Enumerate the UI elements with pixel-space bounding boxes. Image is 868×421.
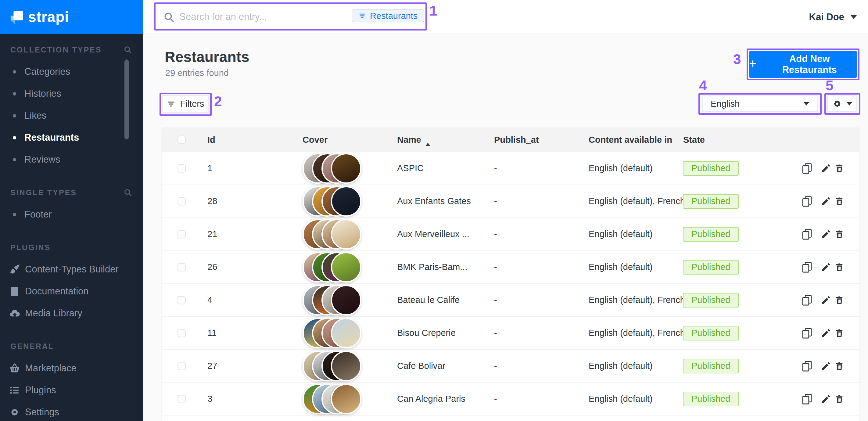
sort-asc-icon — [426, 138, 430, 142]
table-row[interactable]: 3Can Alegria Paris-English (default)Publ… — [162, 383, 860, 416]
sidebar-item-label: Plugins — [25, 385, 56, 396]
delete-trash-icon[interactable] — [834, 230, 844, 239]
row-checkbox[interactable] — [178, 362, 186, 370]
sidebar-item-categories[interactable]: Categories — [0, 61, 143, 83]
duplicate-icon[interactable] — [801, 294, 813, 306]
table-row[interactable]: 4Bateau le Calife-English (default), Fre… — [162, 284, 860, 317]
search-icon[interactable] — [123, 188, 132, 197]
search-filter-chip[interactable]: Restaurants — [352, 9, 424, 22]
column-header-state[interactable]: State — [683, 127, 705, 152]
sidebar-item-histories[interactable]: Histories — [0, 83, 143, 104]
table-row[interactable]: 1ASPIC-English (default)Published — [162, 152, 860, 185]
cell-id: 21 — [207, 218, 217, 250]
column-header-id[interactable]: Id — [207, 127, 215, 152]
delete-trash-icon[interactable] — [834, 328, 844, 338]
cell-id: 11 — [207, 317, 217, 349]
sidebar-item-label: Documentation — [25, 286, 89, 297]
strapi-logo: strapi — [0, 0, 143, 34]
cover-photo — [331, 219, 362, 249]
row-checkbox[interactable] — [178, 197, 186, 205]
edit-pencil-icon[interactable] — [821, 361, 831, 371]
sidebar-section-header: PLUGINS — [0, 236, 143, 259]
column-header-content-available-in[interactable]: Content available in — [589, 127, 672, 152]
sidebar-item-restaurants[interactable]: Restaurants — [0, 127, 143, 149]
sidebar-item-label: Marketplace — [25, 363, 76, 374]
row-checkbox[interactable] — [178, 296, 186, 304]
cell-name: Can Alegria Paris — [397, 383, 465, 415]
locale-dropdown[interactable]: English — [702, 95, 818, 112]
duplicate-icon[interactable] — [801, 195, 813, 207]
search-icon[interactable] — [123, 45, 132, 54]
search-input[interactable] — [179, 9, 344, 24]
duplicate-icon[interactable] — [801, 360, 813, 372]
edit-pencil-icon[interactable] — [821, 394, 831, 404]
sidebar-item-plugins[interactable]: Plugins — [0, 379, 143, 401]
duplicate-icon[interactable] — [801, 327, 813, 339]
delete-trash-icon[interactable] — [834, 163, 844, 173]
edit-pencil-icon[interactable] — [821, 295, 831, 305]
sidebar-item-documentation[interactable]: Documentation — [0, 280, 143, 302]
row-checkbox[interactable] — [178, 329, 186, 337]
sidebar-item-footer[interactable]: Footer — [0, 204, 143, 225]
column-header-publish-at[interactable]: Publish_at — [494, 127, 539, 152]
status-badge: Published — [683, 293, 739, 307]
duplicate-icon[interactable] — [801, 162, 813, 175]
duplicate-icon[interactable] — [801, 393, 813, 405]
edit-pencil-icon[interactable] — [821, 163, 831, 174]
cell-publish-at: - — [494, 284, 497, 317]
cell-locales: English (default), French — [589, 185, 685, 217]
cell-cover — [303, 185, 362, 217]
sidebar-item-settings[interactable]: Settings — [0, 401, 143, 421]
column-header-name[interactable]: Name — [397, 127, 430, 152]
edit-pencil-icon[interactable] — [821, 328, 831, 338]
duplicate-icon[interactable] — [801, 261, 813, 273]
table-row[interactable]: 11Bisou Creperie-English (default), Fren… — [162, 317, 860, 350]
table-row[interactable]: 21Aux Merveilleux ...-English (default)P… — [162, 218, 860, 251]
table-row[interactable]: 27Cafe Bolivar-English (default)Publishe… — [162, 350, 860, 383]
annotation-number-1: 1 — [429, 4, 437, 18]
table-row[interactable]: 26BMK Paris-Bam...-English (default)Publ… — [162, 251, 860, 284]
row-checkbox[interactable] — [178, 263, 186, 271]
chevron-down-icon — [803, 102, 809, 106]
user-menu[interactable]: Kai Doe — [809, 0, 857, 34]
edit-pencil-icon[interactable] — [821, 262, 831, 272]
delete-trash-icon[interactable] — [834, 262, 844, 272]
delete-trash-icon[interactable] — [834, 197, 844, 206]
sidebar-scrollbar[interactable] — [124, 59, 129, 140]
row-checkbox[interactable] — [178, 395, 186, 403]
sidebar-nav: COLLECTION TYPESCategoriesHistoriesLikes… — [0, 39, 143, 421]
table-row[interactable]: 28Aux Enfants Gates-English (default), F… — [162, 185, 860, 218]
sidebar-section-label: SINGLE TYPES — [10, 188, 77, 197]
entries-table: IdCoverNamePublish_atContent available i… — [162, 127, 860, 421]
sidebar-item-likes[interactable]: Likes — [0, 104, 143, 127]
sidebar-section-label: GENERAL — [10, 342, 54, 351]
sidebar-item-media-library[interactable]: Media Library — [0, 302, 143, 324]
sidebar-item-content-types-builder[interactable]: Content-Types Builder — [0, 259, 143, 280]
cell-name: Bisou Creperie — [397, 317, 456, 349]
column-header-cover[interactable]: Cover — [303, 127, 328, 152]
cover-photo — [331, 318, 362, 349]
row-checkbox[interactable] — [178, 164, 186, 172]
sidebar-item-label: Categories — [24, 66, 70, 77]
book-icon — [9, 286, 20, 297]
cell-publish-at: - — [494, 317, 497, 349]
edit-pencil-icon[interactable] — [821, 229, 831, 239]
filters-button[interactable]: Filters — [162, 95, 209, 113]
sidebar-item-marketplace[interactable]: Marketplace — [0, 357, 143, 379]
sidebar-item-reviews[interactable]: Reviews — [0, 149, 143, 171]
duplicate-icon[interactable] — [801, 228, 813, 240]
filter-icon — [167, 100, 175, 108]
delete-trash-icon[interactable] — [834, 361, 844, 371]
main-content: Restaurants 29 entries found Filters + A… — [143, 34, 868, 421]
entries-count: 29 entries found — [165, 68, 229, 78]
sidebar-item-label: Content-Types Builder — [25, 264, 119, 275]
select-all-checkbox[interactable] — [178, 136, 186, 144]
delete-trash-icon[interactable] — [834, 295, 844, 305]
add-new-restaurants-button[interactable]: + Add New Restaurants — [749, 51, 857, 78]
sidebar-item-label: Footer — [24, 209, 52, 220]
row-checkbox[interactable] — [178, 230, 186, 238]
cell-publish-at: - — [494, 218, 497, 250]
delete-trash-icon[interactable] — [834, 394, 844, 404]
edit-pencil-icon[interactable] — [821, 196, 831, 207]
view-settings-button[interactable] — [827, 95, 857, 112]
